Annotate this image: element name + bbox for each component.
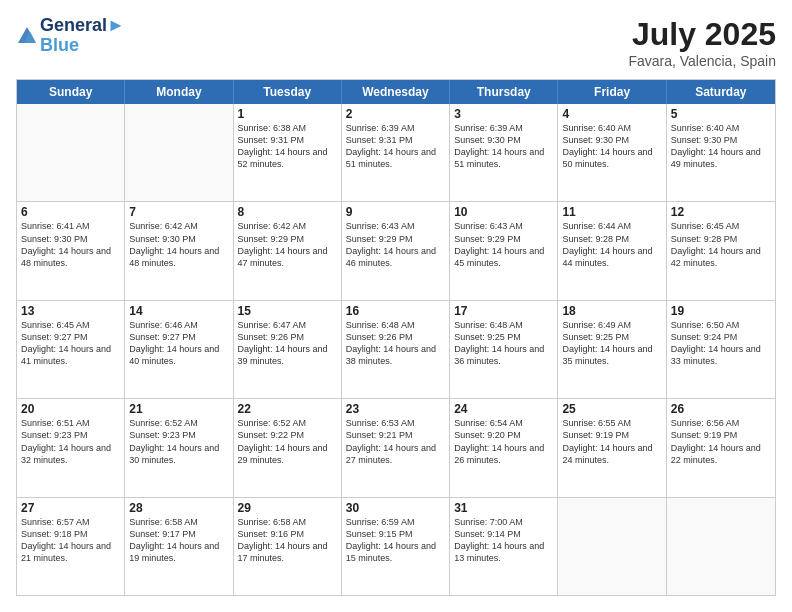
cell-info: Sunrise: 6:39 AM Sunset: 9:30 PM Dayligh… [454,122,553,171]
day-number: 18 [562,304,661,318]
calendar-cell: 15Sunrise: 6:47 AM Sunset: 9:26 PM Dayli… [234,301,342,398]
day-number: 16 [346,304,445,318]
cell-info: Sunrise: 6:42 AM Sunset: 9:30 PM Dayligh… [129,220,228,269]
cell-info: Sunrise: 6:39 AM Sunset: 9:31 PM Dayligh… [346,122,445,171]
day-number: 3 [454,107,553,121]
calendar-cell: 30Sunrise: 6:59 AM Sunset: 9:15 PM Dayli… [342,498,450,595]
day-number: 14 [129,304,228,318]
day-number: 23 [346,402,445,416]
calendar-cell: 5Sunrise: 6:40 AM Sunset: 9:30 PM Daylig… [667,104,775,201]
day-number: 24 [454,402,553,416]
day-number: 7 [129,205,228,219]
calendar-cell: 4Sunrise: 6:40 AM Sunset: 9:30 PM Daylig… [558,104,666,201]
day-number: 9 [346,205,445,219]
calendar-cell: 1Sunrise: 6:38 AM Sunset: 9:31 PM Daylig… [234,104,342,201]
logo-icon [16,25,38,47]
calendar-cell [558,498,666,595]
calendar-cell: 28Sunrise: 6:58 AM Sunset: 9:17 PM Dayli… [125,498,233,595]
cell-info: Sunrise: 6:52 AM Sunset: 9:23 PM Dayligh… [129,417,228,466]
header: General► Blue July 2025 Favara, Valencia… [16,16,776,69]
calendar-body: 1Sunrise: 6:38 AM Sunset: 9:31 PM Daylig… [17,104,775,595]
day-number: 27 [21,501,120,515]
cell-info: Sunrise: 6:58 AM Sunset: 9:17 PM Dayligh… [129,516,228,565]
calendar-cell: 23Sunrise: 6:53 AM Sunset: 9:21 PM Dayli… [342,399,450,496]
cell-info: Sunrise: 6:40 AM Sunset: 9:30 PM Dayligh… [671,122,771,171]
calendar-cell [17,104,125,201]
day-number: 25 [562,402,661,416]
logo-text: General► Blue [40,16,125,56]
calendar-cell: 29Sunrise: 6:58 AM Sunset: 9:16 PM Dayli… [234,498,342,595]
weekday-header: Monday [125,80,233,104]
cell-info: Sunrise: 6:53 AM Sunset: 9:21 PM Dayligh… [346,417,445,466]
cell-info: Sunrise: 6:40 AM Sunset: 9:30 PM Dayligh… [562,122,661,171]
calendar-header: SundayMondayTuesdayWednesdayThursdayFrid… [17,80,775,104]
day-number: 22 [238,402,337,416]
cell-info: Sunrise: 6:43 AM Sunset: 9:29 PM Dayligh… [454,220,553,269]
month-year: July 2025 [628,16,776,53]
cell-info: Sunrise: 6:52 AM Sunset: 9:22 PM Dayligh… [238,417,337,466]
weekday-header: Sunday [17,80,125,104]
calendar-cell: 31Sunrise: 7:00 AM Sunset: 9:14 PM Dayli… [450,498,558,595]
day-number: 5 [671,107,771,121]
calendar-cell: 12Sunrise: 6:45 AM Sunset: 9:28 PM Dayli… [667,202,775,299]
calendar-cell: 18Sunrise: 6:49 AM Sunset: 9:25 PM Dayli… [558,301,666,398]
cell-info: Sunrise: 6:57 AM Sunset: 9:18 PM Dayligh… [21,516,120,565]
calendar-cell: 2Sunrise: 6:39 AM Sunset: 9:31 PM Daylig… [342,104,450,201]
day-number: 2 [346,107,445,121]
day-number: 6 [21,205,120,219]
day-number: 19 [671,304,771,318]
calendar-row: 6Sunrise: 6:41 AM Sunset: 9:30 PM Daylig… [17,202,775,300]
calendar-cell: 13Sunrise: 6:45 AM Sunset: 9:27 PM Dayli… [17,301,125,398]
day-number: 11 [562,205,661,219]
cell-info: Sunrise: 6:55 AM Sunset: 9:19 PM Dayligh… [562,417,661,466]
logo: General► Blue [16,16,125,56]
weekday-header: Friday [558,80,666,104]
calendar-cell: 10Sunrise: 6:43 AM Sunset: 9:29 PM Dayli… [450,202,558,299]
cell-info: Sunrise: 6:56 AM Sunset: 9:19 PM Dayligh… [671,417,771,466]
day-number: 1 [238,107,337,121]
calendar: SundayMondayTuesdayWednesdayThursdayFrid… [16,79,776,596]
calendar-cell: 21Sunrise: 6:52 AM Sunset: 9:23 PM Dayli… [125,399,233,496]
cell-info: Sunrise: 6:41 AM Sunset: 9:30 PM Dayligh… [21,220,120,269]
calendar-row: 13Sunrise: 6:45 AM Sunset: 9:27 PM Dayli… [17,301,775,399]
calendar-cell: 22Sunrise: 6:52 AM Sunset: 9:22 PM Dayli… [234,399,342,496]
calendar-cell: 27Sunrise: 6:57 AM Sunset: 9:18 PM Dayli… [17,498,125,595]
cell-info: Sunrise: 6:45 AM Sunset: 9:28 PM Dayligh… [671,220,771,269]
day-number: 8 [238,205,337,219]
calendar-cell: 16Sunrise: 6:48 AM Sunset: 9:26 PM Dayli… [342,301,450,398]
calendar-cell: 3Sunrise: 6:39 AM Sunset: 9:30 PM Daylig… [450,104,558,201]
weekday-header: Saturday [667,80,775,104]
day-number: 30 [346,501,445,515]
calendar-row: 1Sunrise: 6:38 AM Sunset: 9:31 PM Daylig… [17,104,775,202]
cell-info: Sunrise: 6:38 AM Sunset: 9:31 PM Dayligh… [238,122,337,171]
calendar-cell: 9Sunrise: 6:43 AM Sunset: 9:29 PM Daylig… [342,202,450,299]
day-number: 10 [454,205,553,219]
cell-info: Sunrise: 6:48 AM Sunset: 9:25 PM Dayligh… [454,319,553,368]
day-number: 13 [21,304,120,318]
cell-info: Sunrise: 6:50 AM Sunset: 9:24 PM Dayligh… [671,319,771,368]
day-number: 12 [671,205,771,219]
calendar-cell: 25Sunrise: 6:55 AM Sunset: 9:19 PM Dayli… [558,399,666,496]
calendar-cell: 26Sunrise: 6:56 AM Sunset: 9:19 PM Dayli… [667,399,775,496]
calendar-cell [667,498,775,595]
calendar-cell: 7Sunrise: 6:42 AM Sunset: 9:30 PM Daylig… [125,202,233,299]
weekday-header: Tuesday [234,80,342,104]
day-number: 4 [562,107,661,121]
cell-info: Sunrise: 6:47 AM Sunset: 9:26 PM Dayligh… [238,319,337,368]
calendar-cell: 14Sunrise: 6:46 AM Sunset: 9:27 PM Dayli… [125,301,233,398]
cell-info: Sunrise: 6:46 AM Sunset: 9:27 PM Dayligh… [129,319,228,368]
cell-info: Sunrise: 6:48 AM Sunset: 9:26 PM Dayligh… [346,319,445,368]
calendar-cell: 6Sunrise: 6:41 AM Sunset: 9:30 PM Daylig… [17,202,125,299]
cell-info: Sunrise: 7:00 AM Sunset: 9:14 PM Dayligh… [454,516,553,565]
calendar-cell [125,104,233,201]
cell-info: Sunrise: 6:58 AM Sunset: 9:16 PM Dayligh… [238,516,337,565]
cell-info: Sunrise: 6:59 AM Sunset: 9:15 PM Dayligh… [346,516,445,565]
day-number: 17 [454,304,553,318]
weekday-header: Wednesday [342,80,450,104]
day-number: 20 [21,402,120,416]
calendar-cell: 24Sunrise: 6:54 AM Sunset: 9:20 PM Dayli… [450,399,558,496]
day-number: 15 [238,304,337,318]
day-number: 28 [129,501,228,515]
cell-info: Sunrise: 6:42 AM Sunset: 9:29 PM Dayligh… [238,220,337,269]
day-number: 29 [238,501,337,515]
